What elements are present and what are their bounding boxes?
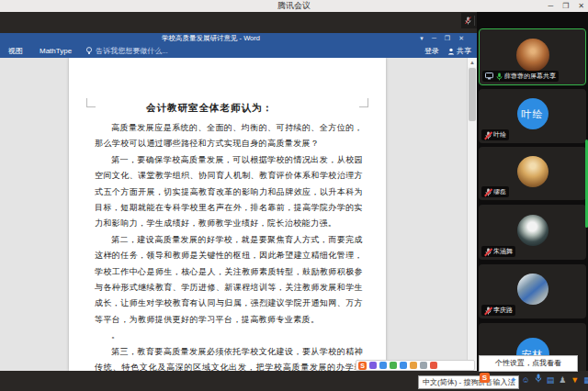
clothes-icon[interactable]: ▼	[571, 374, 579, 386]
avatar	[517, 156, 548, 187]
participants-sidebar: 薛蓉蓉的屏幕共享 叶绘 叶绘	[477, 12, 588, 391]
screen-share-icon	[485, 73, 493, 80]
participant-name-tag: 叶绘	[481, 129, 509, 140]
avatar: 叶绘	[517, 98, 548, 129]
mic-muted-icon	[484, 131, 492, 140]
word-ribbon-tabs: 视图 MathType 告诉我您想要做什么... 登录 共享	[0, 44, 477, 58]
smiley-icon[interactable]: ☺	[522, 374, 530, 386]
participant-name-tag: 缪磊	[481, 186, 509, 197]
muted-mic-icon	[461, 16, 475, 26]
lightbulb-icon	[85, 47, 93, 55]
participant-name-tag: 朱涵舞	[481, 246, 515, 257]
word-document-area: 会计教研室全体老师认为： 高质量发展应是系统的、全面的、均衡的、可持续的、全方位…	[0, 58, 468, 371]
shared-screen-word-window: 学校高质量发展研讨意见 - Word ▾ ─ ❐ ✕ 视图 MathType 告…	[0, 33, 477, 371]
skin-icon[interactable]	[430, 362, 437, 369]
meeting-titlebar: 腾讯会议 ─ ❐ ✕	[0, 0, 588, 12]
scroll-up-icon[interactable]: ▲	[468, 58, 477, 67]
sogou-taskbar-icons: ✦ ☺ ▤ ♟ ▼ ▦	[510, 374, 588, 386]
avatar	[516, 39, 549, 72]
mic-icon[interactable]	[535, 374, 542, 386]
share-label: 共享	[457, 46, 471, 56]
avatar	[517, 274, 548, 305]
document-paragraph: 高质量发展应是系统的、全面的、均衡的、可持续的、全方位的，那么学校可以通过哪些路…	[95, 120, 363, 152]
document-page[interactable]: 会计教研室全体老师认为： 高质量发展应是系统的、全面的、均衡的、可持续的、全方位…	[69, 58, 386, 371]
sogou-logo-icon[interactable]: S	[358, 362, 367, 370]
sogou-floating-toolbar[interactable]: S	[356, 360, 475, 371]
tell-me-label: 告诉我您想要做什么...	[96, 46, 168, 56]
word-close-button[interactable]: ✕	[458, 33, 464, 44]
meeting-title: 腾讯会议	[0, 0, 588, 12]
tab-view[interactable]: 视图	[0, 44, 31, 58]
sparkle-icon[interactable]: ✦	[510, 374, 517, 386]
participant-name: 薛蓉蓉的屏幕共享	[504, 72, 556, 81]
close-button[interactable]: ✕	[578, 0, 584, 12]
meeting-window-controls: ─ ❐ ✕	[548, 0, 584, 12]
signin-button[interactable]: 登录	[424, 46, 439, 56]
person-icon[interactable]: ♟	[559, 374, 566, 386]
share-button[interactable]: 共享	[447, 46, 471, 56]
word-tabs-right: 登录 共享	[424, 44, 471, 58]
participant-name-tag: 薛蓉蓉的屏幕共享	[482, 71, 559, 82]
sogou-logo-icon[interactable]: S	[480, 373, 490, 383]
participant-tile[interactable]: 叶绘 叶绘	[479, 89, 586, 143]
ribbon-options-icon[interactable]: ▾	[420, 33, 424, 44]
participant-tile-screen-share[interactable]: 薛蓉蓉的屏幕共享	[479, 28, 586, 85]
tencent-meeting-window: 腾讯会议 ─ ❐ ✕ 学校高质量发展研讨意见 - Word ▾ ─ ❐ ✕ 视图…	[0, 0, 588, 391]
word-restore-button[interactable]: ❐	[445, 33, 450, 44]
keyboard-icon[interactable]	[400, 362, 407, 369]
participant-name-tag: 李庆路	[481, 305, 515, 316]
mic-icon[interactable]	[390, 362, 397, 369]
ime-status-bar[interactable]: 中文(简体) - 搜狗拼音输入法	[418, 375, 519, 389]
person-icon	[447, 48, 455, 55]
participant-tile[interactable]: 朱涵舞	[479, 205, 586, 260]
document-paragraph: 第一，要确保学校高质量发展，可以根据学校的情况出发，从校园空间文化、课堂教学组织…	[95, 152, 363, 232]
emoji-icon[interactable]	[369, 362, 377, 369]
document-paragraph: 。	[95, 328, 363, 343]
word-window-controls: ▾ ─ ❐ ✕	[420, 33, 464, 44]
word-minimize-button[interactable]: ─	[432, 33, 436, 44]
document-paragraph: 第二，建设高质量发展的好学校，就是要聚焦育人方式，而要完成这样的任务，领导和教师…	[95, 232, 363, 328]
participant-tile[interactable]: 李庆路	[479, 264, 586, 318]
mic-muted-icon	[484, 188, 492, 196]
participant-tile[interactable]: 缪磊	[479, 147, 586, 200]
document-paragraph: 第三，教育要高质量发展必须依托学校文化建设，要从学校的精神传统、特色文化及高深的…	[95, 344, 363, 371]
mic-muted-icon	[484, 248, 492, 256]
minimize-button[interactable]: ─	[548, 0, 553, 12]
word-titlebar: 学校高质量发展研讨意见 - Word ▾ ─ ❐ ✕	[0, 33, 477, 44]
word-document-title: 学校高质量发展研讨意见 - Word	[0, 33, 422, 44]
grid-icon[interactable]: ▦	[583, 374, 588, 386]
participant-name: 缪磊	[493, 187, 506, 196]
tab-mathtype[interactable]: MathType	[31, 44, 80, 58]
smiley-icon[interactable]	[379, 362, 387, 369]
participant-name: 李庆路	[493, 306, 513, 315]
avatar	[517, 215, 548, 246]
participant-name: 朱涵舞	[493, 247, 513, 256]
toolbox-icon[interactable]	[420, 362, 427, 369]
scrollbar-thumb[interactable]	[469, 68, 476, 121]
document-text: 会计教研室全体老师认为： 高质量发展应是系统的、全面的、均衡的、可持续的、全方位…	[95, 58, 363, 371]
document-heading: 会计教研室全体老师认为：	[95, 102, 363, 115]
participant-name: 叶绘	[493, 130, 506, 140]
restore-button[interactable]: ❐	[562, 0, 569, 12]
tell-me-search[interactable]: 告诉我您想要做什么...	[80, 46, 168, 56]
mic-muted-icon	[484, 307, 492, 315]
mic-on-icon	[495, 73, 503, 81]
word-vertical-scrollbar[interactable]: ▲	[467, 58, 477, 371]
sogou-tooltip: 个性设置，点我看看	[479, 355, 578, 372]
keyboard-icon[interactable]: ▤	[547, 374, 555, 386]
pen-icon[interactable]	[410, 362, 417, 369]
